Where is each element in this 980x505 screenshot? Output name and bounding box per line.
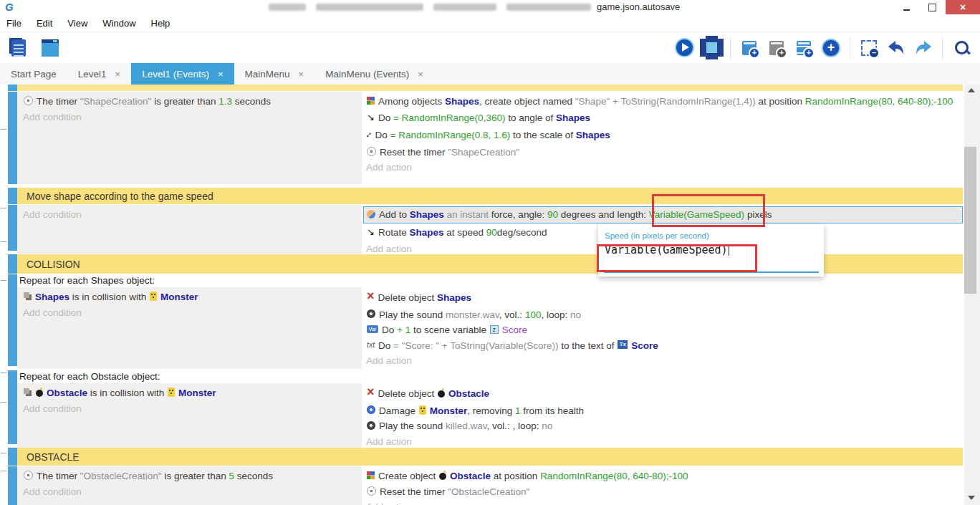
timer-icon [24, 471, 33, 480]
tab-mainmenu[interactable]: MainMenu× [234, 63, 315, 85]
add-condition-link[interactable]: Add condition [21, 401, 362, 417]
add-condition-link[interactable]: Add condition [21, 110, 362, 125]
action-line[interactable]: Delete object Obstacle [365, 385, 963, 403]
debug-icon [704, 40, 719, 55]
fold-mark[interactable] [1, 241, 6, 242]
search-button[interactable] [950, 36, 973, 60]
comment-row[interactable]: OBSTACLE [0, 448, 963, 466]
tab-mainmenu-events[interactable]: MainMenu (Events)× [314, 63, 434, 85]
add-condition-link[interactable]: Add condition [21, 207, 362, 223]
action-line[interactable]: Do = "Score: " + ToString(Variable(Score… [365, 338, 963, 354]
text-segment: an instant [444, 209, 491, 220]
menu-window[interactable]: Window [102, 18, 135, 29]
preview-button[interactable] [673, 36, 696, 60]
menu-help[interactable]: Help [151, 18, 170, 29]
action-line[interactable]: Reset the timer "ShapeCreation" [365, 145, 963, 160]
monster-icon [168, 388, 175, 397]
action-line[interactable]: Among objects Shapes, create object name… [365, 94, 963, 110]
fold-mark[interactable] [1, 372, 6, 373]
restore-button[interactable] [920, 0, 944, 14]
delete-event-icon [861, 40, 877, 56]
obstacle-icon [36, 390, 43, 397]
add-other-button[interactable]: + [820, 36, 842, 60]
action-line[interactable]: Do + 1 to scene variable Score [365, 322, 963, 338]
text-segment: = RandomInRange(0,360) [393, 112, 505, 122]
add-action-link[interactable]: Add action [365, 499, 963, 505]
fold-mark[interactable] [1, 129, 6, 130]
action-line[interactable]: Create object Obstacle at position Rando… [365, 468, 963, 484]
debug-button[interactable] [700, 36, 723, 60]
menu-edit[interactable]: Edit [37, 18, 52, 29]
obstacle-icon [438, 390, 445, 398]
scroll-down-icon[interactable] [968, 496, 975, 500]
add-event-button[interactable] [738, 36, 761, 60]
add-condition-link[interactable]: Add condition [21, 305, 362, 321]
actions-column: Delete object Obstacle Damage Monster, r… [362, 383, 963, 449]
action-line[interactable]: Play the sound killed.wav, vol.: , loop:… [365, 418, 963, 434]
foreach-header[interactable]: Repeat for each Obstacle object: [17, 370, 963, 383]
action-line[interactable]: Damage Monster, removing 1 from its heal… [365, 403, 963, 419]
partial-comment-strip [0, 85, 963, 91]
event-obstacle-creation: The timer "ObstacleCreation" is greater … [0, 466, 963, 505]
toolbar: + [0, 32, 980, 63]
menu-file[interactable]: File [6, 18, 21, 29]
tab-level1[interactable]: Level1× [67, 63, 131, 85]
redo-button[interactable] [912, 36, 935, 60]
tab-level1-events[interactable]: Level1 (Events)× [131, 63, 234, 85]
fold-mark[interactable] [1, 280, 6, 281]
comment-row[interactable]: Move shape according to the game speed [0, 188, 963, 204]
tab-close-icon[interactable]: × [218, 69, 224, 80]
delete-event-button[interactable] [858, 36, 880, 60]
open-scene-button[interactable] [39, 36, 62, 60]
damage-icon [367, 405, 375, 414]
action-line[interactable]: Play the sound monster.wav, vol.: 100, l… [365, 307, 963, 323]
toolbar-separator [942, 37, 943, 59]
fold-mark[interactable] [1, 402, 6, 403]
conditions-column: Add condition [17, 205, 362, 257]
fold-gutter [0, 85, 8, 91]
text-segment: 90 [486, 226, 497, 237]
text-segment: Add to [379, 209, 410, 220]
rotate-icon [367, 224, 375, 240]
scrollbar-thumb[interactable] [964, 147, 976, 294]
tab-close-icon[interactable]: × [299, 69, 304, 80]
tab-close-icon[interactable]: × [418, 69, 423, 80]
scroll-up-icon[interactable] [968, 88, 975, 92]
action-line[interactable]: Delete object Shapes [365, 289, 963, 307]
menu-view[interactable]: View [67, 18, 87, 29]
vertical-scrollbar[interactable] [964, 85, 980, 505]
text-segment: Damage [379, 405, 418, 416]
text-segment: "ShapeCreation" [80, 96, 152, 107]
text-segment: Add condition [23, 403, 82, 414]
fold-mark[interactable] [1, 471, 6, 471]
toolbar-separator [850, 37, 850, 59]
add-comment-button[interactable] [792, 36, 815, 60]
action-line[interactable]: Do = RandomInRange(0,360) to angle of Sh… [365, 110, 963, 128]
tab-start-page[interactable]: Start Page [0, 63, 67, 85]
undo-button[interactable] [885, 36, 908, 60]
tab-label: Level1 [78, 69, 107, 80]
action-line[interactable]: Reset the timer "ObstacleCreation" [365, 484, 963, 500]
fold-mark[interactable] [1, 208, 6, 208]
text-segment: RandomInRange(80, 640-80);-100 [540, 471, 688, 481]
add-action-link[interactable]: Add action [365, 353, 963, 369]
condition-line[interactable]: The timer "ObstacleCreation" is greater … [21, 468, 362, 484]
minimize-button[interactable] [895, 0, 917, 14]
tab-close-icon[interactable]: × [115, 69, 121, 80]
add-subevent-button[interactable] [765, 36, 788, 60]
condition-line[interactable]: Obstacle is in collision with Monster [21, 385, 362, 401]
toolbar-separator [730, 37, 731, 59]
add-action-link[interactable]: Add action [365, 434, 963, 450]
add-action-link[interactable]: Add action [365, 160, 963, 175]
fold-gutter [0, 188, 8, 204]
condition-line[interactable]: The timer "ShapeCreation" is greater tha… [21, 94, 362, 110]
condition-line[interactable]: Shapes is in collision with Monster [21, 289, 362, 305]
open-project-button[interactable] [7, 36, 30, 60]
text-segment: at position [756, 96, 805, 107]
text-segment: is in collision with [69, 292, 149, 302]
action-line[interactable]: Do = RandomInRange(0.8, 1.6) to the scal… [365, 127, 963, 145]
close-button[interactable]: × [946, 0, 980, 14]
fold-mark[interactable] [1, 453, 6, 453]
add-condition-link[interactable]: Add condition [21, 484, 362, 500]
text-segment: Monster [178, 388, 216, 398]
